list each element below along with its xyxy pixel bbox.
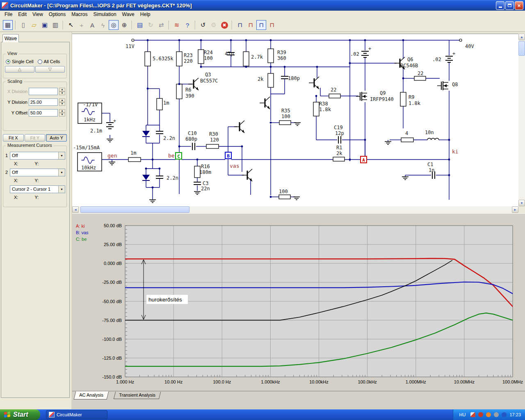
schematic-label: -1/1V xyxy=(83,102,98,107)
all-cells-radio[interactable] xyxy=(38,59,42,64)
horizontal-scroll-thumb[interactable] xyxy=(80,206,189,213)
scroll-right-icon[interactable]: ► xyxy=(512,206,518,213)
menu-view[interactable]: View xyxy=(30,11,46,18)
graphics-tray-icon[interactable] xyxy=(470,412,475,417)
combo-arrow-icon[interactable]: ▼ xyxy=(58,169,65,176)
zoom-tool-icon[interactable]: ◎ xyxy=(109,20,119,30)
y-tick-label: -75.00 dB xyxy=(102,318,122,323)
spin-down-icon[interactable]: ▼ xyxy=(59,102,65,106)
tab-transient-analysis[interactable]: Transient Analysis xyxy=(114,392,161,399)
spin-up-icon[interactable]: ▲ xyxy=(59,88,65,91)
analog-waveforms-icon[interactable]: ⊓ xyxy=(246,20,256,30)
y-tick-label: 50.00 dB xyxy=(104,223,122,228)
scroll-down-icon[interactable]: ▼ xyxy=(518,200,525,206)
menu-options[interactable]: Options xyxy=(46,11,68,18)
schematic-label: 4 xyxy=(405,130,408,136)
schematic-label: 360 xyxy=(277,55,286,61)
svg-text:C: C xyxy=(177,154,180,159)
schematic-label: 2.7k xyxy=(251,54,263,60)
y-tick-label: -100.0 dB xyxy=(102,337,122,342)
schematic-label: 100 xyxy=(281,114,290,119)
fit-y-button[interactable]: Fit Y xyxy=(25,134,46,142)
menu-help[interactable]: Help xyxy=(137,11,153,18)
scroll-up-icon[interactable]: ▲ xyxy=(518,34,525,40)
tab-wave[interactable]: Wave xyxy=(2,34,19,42)
help-tool-icon[interactable]: ? xyxy=(183,20,192,30)
schematic-label: 1.8k xyxy=(409,100,421,106)
menu-macros[interactable]: Macros xyxy=(68,11,90,18)
wire-tool-icon[interactable]: ϟ xyxy=(98,20,108,30)
spin-up-icon[interactable]: ▲ xyxy=(59,98,65,102)
schematic-label: 1m xyxy=(130,150,136,156)
close-button[interactable]: × xyxy=(515,1,523,10)
text-tool-icon[interactable]: A xyxy=(87,20,97,30)
vertical-scroll-thumb[interactable] xyxy=(518,41,525,56)
x-tick-label: 100.0kHz xyxy=(358,379,377,384)
toolbar-separator xyxy=(232,21,233,30)
rotate-tool-icon[interactable]: ↻ xyxy=(146,20,155,30)
restore-button[interactable] xyxy=(505,1,514,10)
schematic-horizontal-scrollbar[interactable]: ◄ ► xyxy=(72,206,518,213)
single-cell-radio[interactable] xyxy=(6,59,10,64)
language-indicator[interactable]: HU xyxy=(457,412,468,418)
cursor-diff-select[interactable]: Cursor 2 - Cursor 1 ▼ xyxy=(10,185,65,193)
tab-ac-analysis[interactable]: AC Analysis xyxy=(74,391,109,399)
spin-down-icon[interactable]: ▼ xyxy=(59,91,65,95)
new-file-icon[interactable]: ▯ xyxy=(18,20,28,30)
schematic-label: R6 xyxy=(185,87,191,93)
scope-waveforms-icon[interactable]: ⊓ xyxy=(256,20,266,30)
schematic-label: 120 xyxy=(210,137,219,143)
schematic-vertical-scrollbar[interactable]: ▲ ▼ xyxy=(518,34,525,206)
start-button[interactable]: Start xyxy=(0,409,40,420)
zoom-window-tool-icon[interactable]: ⊕ xyxy=(119,20,129,30)
select-cursor-icon[interactable]: ↖ xyxy=(66,20,76,30)
pulse-waveforms-icon[interactable]: ⊓ xyxy=(267,20,277,30)
security-shield-icon[interactable] xyxy=(478,412,483,417)
options-tool-icon[interactable]: ⚙ xyxy=(209,20,219,30)
move-tool-icon[interactable]: + xyxy=(77,20,87,30)
combo-arrow-icon[interactable]: ▼ xyxy=(58,186,65,193)
auto-y-button[interactable]: Auto Y xyxy=(46,134,67,142)
cursor1-x-label: X: xyxy=(14,161,18,166)
toolbar-separator xyxy=(195,21,196,30)
scroll-left-icon[interactable]: ◄ xyxy=(72,206,79,213)
schematic-label: vas xyxy=(230,163,239,169)
y-offset-spinner[interactable]: ▲ ▼ xyxy=(59,109,65,116)
x-division-spinner[interactable]: ▲ ▼ xyxy=(59,88,65,95)
fit-x-button[interactable]: Fit X xyxy=(3,134,24,142)
y-division-spinner[interactable]: ▲ ▼ xyxy=(59,98,65,106)
probe-tool-icon[interactable]: ≋ xyxy=(172,20,182,30)
stop-simulation-icon[interactable]: ✖ xyxy=(219,20,229,30)
minimize-button[interactable] xyxy=(496,1,504,10)
print-icon[interactable]: ▥ xyxy=(50,20,60,30)
open-file-icon[interactable]: ▱ xyxy=(29,20,39,30)
menu-file[interactable]: File xyxy=(2,11,15,18)
cursor2-select[interactable]: Off ▼ xyxy=(10,169,65,176)
bluetooth-icon[interactable] xyxy=(502,412,507,417)
y-division-input[interactable]: 25.00 xyxy=(29,98,58,106)
audio-device-icon[interactable] xyxy=(494,412,499,417)
find-component-icon[interactable]: ▤ xyxy=(135,20,145,30)
digital-waveforms-icon[interactable]: ⊓ xyxy=(235,20,245,30)
x-division-input[interactable] xyxy=(29,88,58,95)
cell-up-button[interactable]: △ xyxy=(5,66,34,73)
schematic-label: R23 xyxy=(184,52,193,58)
wave-window-icon[interactable]: ▦ xyxy=(3,20,13,30)
cursor1-select[interactable]: Off ▼ xyxy=(10,152,65,160)
menu-wave[interactable]: Wave xyxy=(119,11,137,18)
plot-legend: A: kiB: vasC: be xyxy=(76,223,89,242)
save-file-icon[interactable]: ▣ xyxy=(40,20,50,30)
spin-up-icon[interactable]: ▲ xyxy=(59,109,65,113)
reset-simulation-icon[interactable]: ↺ xyxy=(198,20,208,30)
taskbar-item-circuitmaker[interactable]: CircuitMaker xyxy=(46,410,107,419)
legend-item: C: be xyxy=(76,236,89,242)
volume-icon[interactable] xyxy=(486,412,491,417)
spin-down-icon[interactable]: ▼ xyxy=(59,113,65,116)
combo-arrow-icon[interactable]: ▼ xyxy=(58,152,65,159)
y-offset-input[interactable]: 50.00 xyxy=(29,109,58,116)
menu-edit[interactable]: Edit xyxy=(15,11,30,18)
schematic-canvas[interactable]: ABC11V40V5.6325kR23220R2410047p2.7kR3936… xyxy=(72,34,518,206)
menu-simulation[interactable]: Simulation xyxy=(91,11,119,18)
mirror-tool-icon[interactable]: ⇄ xyxy=(156,20,166,30)
cell-down-button[interactable]: ▽ xyxy=(35,66,65,73)
